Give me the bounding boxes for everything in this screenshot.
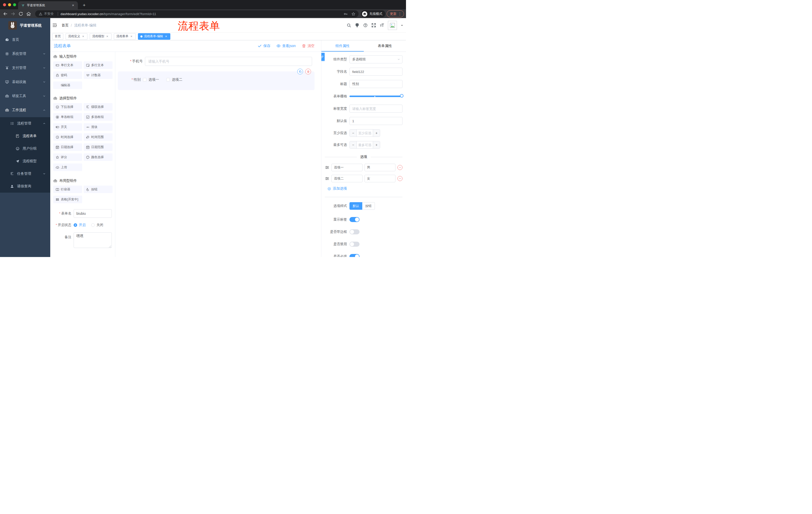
min-select-input[interactable]: [357, 130, 373, 137]
minus-icon[interactable]: [350, 130, 357, 137]
label-width-input[interactable]: [349, 105, 403, 113]
field-link-tab[interactable]: [321, 53, 325, 61]
canvas-field-phone[interactable]: 手机号: [115, 57, 321, 66]
sidebar-item-task-mgmt[interactable]: 任务管理: [0, 167, 50, 180]
palette-item-single-line[interactable]: 单行文本: [53, 61, 82, 69]
avatar[interactable]: [388, 21, 397, 30]
window-zoom-button[interactable]: [13, 3, 16, 6]
status-on-radio[interactable]: [74, 223, 77, 227]
home-icon[interactable]: [26, 11, 31, 16]
new-tab-button[interactable]: [81, 2, 87, 8]
tag-close-icon[interactable]: [106, 34, 109, 38]
palette-item-time[interactable]: 时间选择: [53, 133, 82, 141]
form-canvas[interactable]: 手机号 性别 选项一: [115, 52, 321, 257]
tag-close-icon[interactable]: [164, 34, 168, 38]
drag-handle-icon[interactable]: [325, 176, 329, 181]
option-2-value-input[interactable]: [365, 175, 396, 182]
sidebar-item-system[interactable]: 系统管理: [0, 47, 50, 61]
palette-item-date-range[interactable]: 日期范围: [84, 143, 113, 151]
required-toggle[interactable]: [349, 254, 359, 257]
bookmark-star-icon[interactable]: [351, 12, 355, 16]
palette-item-rate[interactable]: 评分: [53, 154, 82, 161]
palette-item-row-container[interactable]: 行容器: [53, 186, 82, 193]
sidebar-item-payment[interactable]: 支付管理: [0, 61, 50, 75]
remove-option-icon[interactable]: [398, 165, 403, 170]
tag-close-icon[interactable]: [129, 34, 133, 38]
plus-icon[interactable]: [373, 130, 380, 137]
form-grid-slider[interactable]: [349, 92, 403, 100]
address-bar[interactable]: 不安全 dashboard.yudao.iocoder.cn/bpm/manag…: [35, 10, 358, 17]
sidebar-item-process-form[interactable]: 流程表单: [0, 130, 50, 142]
browser-update-button[interactable]: 更新: [387, 10, 404, 17]
palette-item-editor[interactable]: 编辑器: [53, 81, 82, 89]
style-default-button[interactable]: 默认: [349, 202, 362, 210]
browser-menu-icon[interactable]: [398, 11, 402, 16]
status-off-radio[interactable]: [91, 223, 95, 227]
field-name-input[interactable]: [349, 67, 403, 76]
breadcrumb-home[interactable]: 首页: [62, 23, 68, 28]
clear-button[interactable]: 清空: [302, 44, 315, 48]
palette-item-counter[interactable]: 计数器: [84, 72, 113, 79]
window-minimize-button[interactable]: [8, 3, 11, 6]
palette-item-cascader[interactable]: 级联选择: [84, 103, 113, 111]
slider-handle[interactable]: [400, 94, 404, 98]
minus-icon[interactable]: [350, 141, 357, 148]
gender-option-2[interactable]: 选项二: [166, 77, 182, 82]
fullscreen-icon[interactable]: [371, 23, 376, 28]
component-type-select[interactable]: 多选框组: [349, 55, 403, 63]
palette-item-button[interactable]: 按钮: [84, 186, 113, 193]
browser-tab[interactable]: 芋道管理系统: [18, 1, 78, 9]
forward-icon[interactable]: [10, 11, 16, 16]
delete-component-button[interactable]: [305, 69, 311, 75]
option-1-label-input[interactable]: [331, 164, 362, 171]
palette-item-table[interactable]: 表格[开发中]: [53, 196, 82, 203]
remove-option-icon[interactable]: [398, 176, 403, 181]
disabled-toggle[interactable]: [349, 242, 359, 247]
max-select-input[interactable]: [357, 141, 373, 148]
status-on-label[interactable]: 开启: [79, 223, 86, 227]
view-json-button[interactable]: 查看json: [277, 44, 296, 48]
url-text[interactable]: dashboard.yudao.iocoder.cn/bpm/manager/f…: [61, 12, 341, 16]
option-2-label-input[interactable]: [331, 175, 362, 182]
add-option-button[interactable]: 添加选项: [327, 186, 403, 191]
palette-item-date[interactable]: 日期选择: [53, 143, 82, 151]
status-off-label[interactable]: 关闭: [96, 223, 103, 227]
palette-item-slider[interactable]: 滑块: [84, 123, 113, 131]
palette-item-switch[interactable]: 开关: [53, 123, 82, 131]
palette-item-upload[interactable]: 上传: [53, 163, 82, 171]
avatar-caret-down-icon[interactable]: [401, 24, 404, 27]
password-key-icon[interactable]: [343, 12, 348, 16]
title-input[interactable]: [349, 80, 403, 88]
sidebar-item-leave-query[interactable]: 请假查询: [0, 180, 50, 193]
tag-home[interactable]: 首页: [52, 33, 63, 40]
palette-item-checkbox-group[interactable]: 多选框组: [84, 113, 113, 121]
gender-option-1[interactable]: 选项一: [143, 77, 159, 82]
sidebar-item-devtools[interactable]: 研发工具: [0, 89, 50, 103]
checkbox-unchecked[interactable]: [143, 78, 146, 81]
show-label-toggle[interactable]: [349, 217, 359, 222]
tag-process-model[interactable]: 流程模型: [90, 33, 112, 40]
style-button-button[interactable]: 按钮: [362, 202, 375, 210]
github-icon[interactable]: [355, 23, 359, 28]
canvas-field-gender-selected[interactable]: 性别 选项一 选项二: [118, 72, 315, 90]
back-icon[interactable]: [3, 11, 8, 16]
phone-input[interactable]: [145, 57, 312, 66]
tag-process-form-edit[interactable]: 流程表单-编辑: [138, 33, 170, 40]
security-label[interactable]: 不安全: [44, 11, 54, 16]
palette-item-password[interactable]: 密码: [53, 72, 82, 79]
palette-item-color[interactable]: 颜色选择: [84, 154, 113, 161]
tag-process-form[interactable]: 流程表单: [114, 33, 136, 40]
tag-process-definition[interactable]: 流程定义: [65, 33, 87, 40]
reload-icon[interactable]: [18, 11, 23, 16]
palette-item-radio-group[interactable]: 单选框组: [53, 113, 82, 121]
tab-component-props[interactable]: 组件属性: [321, 40, 364, 52]
palette-item-textarea[interactable]: 多行文本: [84, 61, 113, 69]
sidebar-item-process-mgmt[interactable]: 流程管理: [0, 117, 50, 130]
tab-form-props[interactable]: 表单属性: [364, 40, 406, 52]
tag-close-icon[interactable]: [81, 34, 85, 38]
font-size-icon[interactable]: [380, 23, 384, 28]
window-close-button[interactable]: [3, 3, 6, 6]
window-controls[interactable]: [3, 3, 16, 6]
drag-handle-icon[interactable]: [325, 165, 329, 170]
default-value-input[interactable]: [349, 117, 403, 125]
